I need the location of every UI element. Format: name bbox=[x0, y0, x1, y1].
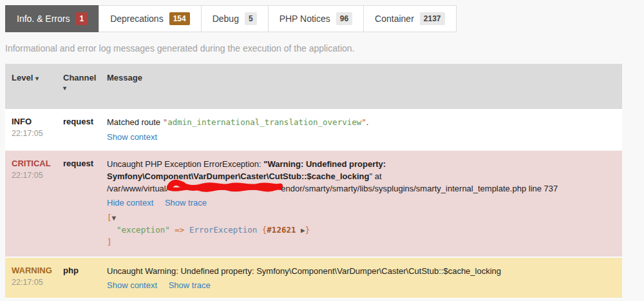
log-time: 22:17:05 bbox=[12, 278, 50, 287]
redaction-scribble bbox=[167, 179, 283, 197]
tab-debug-count-badge: 5 bbox=[245, 12, 257, 25]
column-header-level[interactable]: Level ▾ bbox=[5, 64, 57, 109]
dump-key: "exception" bbox=[117, 225, 170, 235]
tab-deprecations-count-badge: 154 bbox=[169, 12, 190, 25]
log-time: 22:17:05 bbox=[12, 171, 50, 180]
tab-info-errors[interactable]: Info. & Errors 1 bbox=[5, 5, 99, 32]
log-channel: request bbox=[63, 117, 93, 126]
tab-php-notices-count-badge: 96 bbox=[336, 12, 352, 25]
log-level: WARNING bbox=[12, 266, 50, 275]
log-channel: request bbox=[63, 159, 93, 168]
log-message: Uncaught Warning: Undefined property: Sy… bbox=[107, 266, 616, 278]
log-time: 22:17:05 bbox=[12, 129, 50, 138]
tab-info-errors-label: Info. & Errors bbox=[17, 14, 70, 24]
sort-arrow-icon: ▾ bbox=[63, 84, 66, 92]
tab-deprecations[interactable]: Deprecations 154 bbox=[99, 5, 202, 32]
panel-description: Informational and error log messages gen… bbox=[5, 43, 639, 53]
show-context-link[interactable]: Show context bbox=[107, 132, 157, 142]
tab-container-label: Container bbox=[375, 14, 414, 24]
log-row-info: INFO 22:17:05 request Matched route "adm… bbox=[5, 109, 622, 150]
tab-php-notices[interactable]: PHP Notices 96 bbox=[268, 5, 364, 32]
show-trace-link[interactable]: Show trace bbox=[169, 280, 211, 290]
tab-php-notices-label: PHP Notices bbox=[279, 14, 330, 24]
tab-deprecations-label: Deprecations bbox=[110, 14, 164, 24]
tab-info-errors-count-badge: 1 bbox=[75, 12, 88, 25]
tab-container-count-badge: 2137 bbox=[420, 12, 445, 25]
dump-collapse-toggle-icon[interactable]: ▼ bbox=[112, 214, 117, 222]
hide-context-link[interactable]: Hide context bbox=[107, 198, 153, 208]
log-channel: php bbox=[63, 266, 79, 275]
show-context-link[interactable]: Show context bbox=[107, 280, 157, 290]
log-row-warning: WARNING 22:17:05 php Uncaught Warning: U… bbox=[5, 257, 622, 299]
log-message: Uncaught PHP Exception ErrorException: "… bbox=[107, 159, 616, 195]
log-level: INFO bbox=[12, 117, 50, 126]
sort-arrow-icon: ▾ bbox=[35, 75, 39, 82]
log-table: Level ▾ Channel ▾ Message INFO 22:17:05 … bbox=[5, 64, 622, 299]
log-level: CRITICAL bbox=[12, 159, 50, 168]
exception-file-path: /var/www/virtual/endor/smarty/smarty/lib… bbox=[107, 184, 558, 193]
log-message: Matched route "admin_international_trans… bbox=[107, 117, 616, 129]
log-table-header-row: Level ▾ Channel ▾ Message bbox=[5, 64, 622, 109]
matched-route-name: admin_international_translation_overview bbox=[167, 117, 361, 127]
context-var-dump: [▼ "exception" => ErrorException {#12621… bbox=[107, 212, 616, 248]
column-header-channel-label: Channel bbox=[63, 73, 96, 83]
dump-object-ref: #12621 bbox=[267, 225, 296, 235]
column-header-level-label: Level bbox=[12, 73, 33, 83]
dump-expand-toggle-icon[interactable]: ▶ bbox=[301, 226, 305, 235]
dump-class-name: ErrorException bbox=[189, 225, 257, 235]
show-trace-link[interactable]: Show trace bbox=[165, 198, 207, 208]
tab-debug-label: Debug bbox=[213, 14, 239, 24]
log-row-critical: CRITICAL 22:17:05 request Uncaught PHP E… bbox=[5, 150, 622, 257]
column-header-message-label: Message bbox=[107, 73, 142, 83]
tab-container[interactable]: Container 2137 bbox=[363, 5, 456, 32]
column-header-channel[interactable]: Channel ▾ bbox=[57, 64, 100, 109]
tab-debug[interactable]: Debug 5 bbox=[201, 5, 269, 32]
log-category-tabs: Info. & Errors 1 Deprecations 154 Debug … bbox=[5, 5, 644, 32]
column-header-message: Message bbox=[100, 64, 622, 109]
